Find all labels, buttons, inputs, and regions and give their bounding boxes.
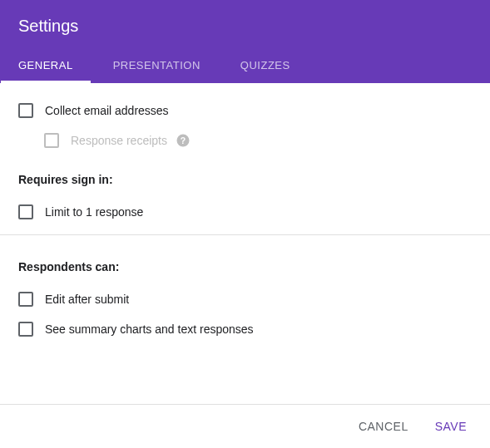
option-limit-response: Limit to 1 response (18, 204, 472, 219)
settings-title: Settings (18, 17, 472, 36)
checkbox-collect-email[interactable] (18, 103, 33, 118)
label-limit-response: Limit to 1 response (45, 205, 143, 219)
settings-header: Settings GENERAL PRESENTATION QUIZZES (0, 0, 490, 83)
save-button[interactable]: SAVE (435, 420, 467, 433)
checkbox-response-receipts (44, 133, 59, 148)
checkbox-limit-response[interactable] (18, 204, 33, 219)
label-edit-after-submit: Edit after submit (45, 293, 129, 306)
label-response-receipts: Response receipts (71, 134, 167, 147)
option-see-summary: See summary charts and text responses (18, 322, 472, 337)
heading-respondents-can: Respondents can: (18, 260, 472, 273)
section-divider (0, 234, 490, 235)
label-collect-email: Collect email addresses (45, 104, 169, 117)
tab-quizzes[interactable]: QUIZZES (240, 59, 290, 83)
heading-requires-signin: Requires sign in: (18, 173, 472, 186)
tab-presentation[interactable]: PRESENTATION (113, 59, 200, 83)
option-collect-email: Collect email addresses (18, 103, 472, 118)
tab-general[interactable]: GENERAL (18, 59, 73, 83)
cancel-button[interactable]: CANCEL (359, 420, 408, 433)
tabs-container: GENERAL PRESENTATION QUIZZES (18, 59, 472, 83)
label-see-summary: See summary charts and text responses (45, 322, 254, 336)
settings-content: Collect email addresses Response receipt… (0, 83, 490, 337)
checkbox-see-summary[interactable] (18, 322, 33, 337)
option-response-receipts: Response receipts ? (44, 133, 472, 148)
option-edit-after-submit: Edit after submit (18, 292, 472, 307)
checkbox-edit-after-submit[interactable] (18, 292, 33, 307)
footer: CANCEL SAVE (0, 404, 490, 448)
svg-text:?: ? (181, 135, 186, 145)
help-icon[interactable]: ? (176, 133, 191, 148)
